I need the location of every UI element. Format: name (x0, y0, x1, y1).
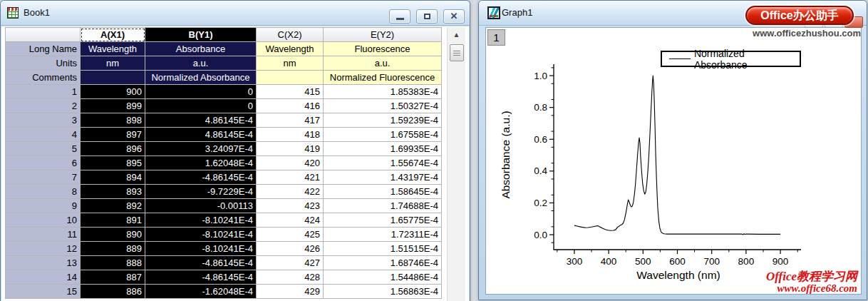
data-cell[interactable]: 418 (257, 128, 324, 142)
legend[interactable]: Normalized Absorbance (661, 51, 801, 67)
row-number[interactable]: 3 (6, 113, 81, 128)
column-header-B(Y1)[interactable]: B(Y1) (145, 28, 257, 42)
close-button[interactable]: ✕ (443, 9, 465, 24)
data-cell[interactable]: 1.59239E-4 (324, 113, 442, 128)
data-cell[interactable]: 1.72311E-4 (324, 228, 442, 242)
data-cell[interactable]: 893 (81, 185, 145, 199)
data-cell[interactable]: 1.74688E-4 (324, 199, 442, 213)
label-cell[interactable]: a.u. (324, 56, 442, 71)
data-cell[interactable]: 424 (257, 213, 324, 228)
data-cell[interactable]: 891 (81, 213, 145, 228)
column-header-A(X1)[interactable]: A(X1) (81, 28, 145, 42)
row-label[interactable]: Long Name (6, 42, 81, 56)
row-number[interactable]: 9 (6, 199, 81, 213)
data-cell[interactable]: 421 (257, 170, 324, 185)
row-label[interactable]: Units (6, 56, 81, 71)
vertical-scrollbar[interactable]: ▲ (447, 27, 465, 301)
restore-button[interactable] (416, 9, 438, 24)
label-cell[interactable] (257, 71, 324, 85)
data-cell[interactable]: 896 (81, 142, 145, 156)
data-cell[interactable]: 889 (81, 242, 145, 256)
label-cell[interactable]: nm (257, 56, 324, 71)
row-label[interactable]: Comments (6, 71, 81, 85)
data-cell[interactable]: 1.85383E-4 (324, 85, 442, 99)
data-cell[interactable]: -4.86145E-4 (145, 270, 257, 285)
column-header-E(Y2)[interactable]: E(Y2) (324, 28, 442, 42)
worksheet-grid[interactable]: A(X1)B(Y1)C(X2)E(Y2)Long NameWavelengthA… (5, 27, 442, 299)
label-cell[interactable]: Normalized Absorbance (145, 71, 257, 85)
data-cell[interactable]: 1.56863E-4 (324, 285, 442, 299)
data-cell[interactable]: 892 (81, 199, 145, 213)
data-cell[interactable]: 425 (257, 228, 324, 242)
data-cell[interactable]: 420 (257, 156, 324, 170)
data-cell[interactable]: 4.86145E-4 (145, 113, 257, 128)
label-cell[interactable]: nm (81, 56, 145, 71)
data-cell[interactable]: 1.43197E-4 (324, 170, 442, 185)
label-cell[interactable]: a.u. (145, 56, 257, 71)
row-number[interactable]: 11 (6, 228, 81, 242)
label-cell[interactable]: Wavelength (257, 42, 324, 56)
data-cell[interactable]: -0.00113 (145, 199, 257, 213)
data-cell[interactable]: 1.55674E-4 (324, 156, 442, 170)
row-number[interactable]: 2 (6, 99, 81, 113)
data-cell[interactable]: 1.51515E-4 (324, 242, 442, 256)
data-cell[interactable]: 1.50327E-4 (324, 99, 442, 113)
row-number[interactable]: 8 (6, 185, 81, 199)
data-cell[interactable]: 1.58645E-4 (324, 185, 442, 199)
data-cell[interactable]: -8.10241E-4 (145, 242, 257, 256)
row-number[interactable]: 15 (6, 285, 81, 299)
label-cell[interactable] (81, 71, 145, 85)
data-cell[interactable]: 417 (257, 113, 324, 128)
data-cell[interactable]: 1.62048E-4 (145, 156, 257, 170)
data-cell[interactable]: 890 (81, 228, 145, 242)
row-number[interactable]: 14 (6, 270, 81, 285)
minimize-button[interactable] (389, 9, 410, 24)
data-cell[interactable]: -4.86145E-4 (145, 256, 257, 270)
data-cell[interactable]: 419 (257, 142, 324, 156)
data-cell[interactable]: 894 (81, 170, 145, 185)
data-cell[interactable]: 1.68746E-4 (324, 256, 442, 270)
data-cell[interactable]: 1.67558E-4 (324, 128, 442, 142)
data-cell[interactable]: 887 (81, 270, 145, 285)
data-cell[interactable]: 897 (81, 128, 145, 142)
data-cell[interactable]: 895 (81, 156, 145, 170)
data-cell[interactable]: 0 (145, 85, 257, 99)
data-cell[interactable]: 415 (257, 85, 324, 99)
data-cell[interactable]: 416 (257, 99, 324, 113)
data-cell[interactable]: 899 (81, 99, 145, 113)
label-cell[interactable]: Fluorescence (324, 42, 442, 56)
data-cell[interactable]: -9.7229E-4 (145, 185, 257, 199)
data-cell[interactable]: 0 (145, 99, 257, 113)
data-cell[interactable]: 427 (257, 256, 324, 270)
row-number[interactable]: 7 (6, 170, 81, 185)
data-cell[interactable]: 1.65775E-4 (324, 213, 442, 228)
scroll-up-arrow-icon[interactable]: ▲ (448, 29, 465, 41)
row-number[interactable]: 4 (6, 128, 81, 142)
data-cell[interactable]: 898 (81, 113, 145, 128)
row-number[interactable]: 13 (6, 256, 81, 270)
data-cell[interactable]: -1.62048E-4 (145, 285, 257, 299)
row-number[interactable]: 6 (6, 156, 81, 170)
data-cell[interactable]: 426 (257, 242, 324, 256)
book1-titlebar[interactable]: Book1 ✕ (1, 1, 470, 26)
data-cell[interactable]: -8.10241E-4 (145, 213, 257, 228)
column-header-C(X2)[interactable]: C(X2) (257, 28, 324, 42)
row-number[interactable]: 12 (6, 242, 81, 256)
label-cell[interactable]: Absorbance (145, 42, 257, 56)
graph-plot-area[interactable]: 3004005006007008009000.00.20.40.60.81.0 (486, 28, 862, 295)
scrollbar-thumb[interactable] (450, 44, 464, 61)
data-cell[interactable]: 428 (257, 270, 324, 285)
data-cell[interactable]: 4.86145E-4 (145, 128, 257, 142)
data-cell[interactable]: 1.69935E-4 (324, 142, 442, 156)
absorbance-curve[interactable] (574, 76, 780, 235)
data-cell[interactable]: -8.10241E-4 (145, 228, 257, 242)
data-cell[interactable]: 422 (257, 185, 324, 199)
label-cell[interactable]: Wavelength (81, 42, 145, 56)
data-cell[interactable]: 429 (257, 285, 324, 299)
data-cell[interactable]: 888 (81, 256, 145, 270)
label-cell[interactable]: Normalized Fluorescence (324, 71, 442, 85)
layer-1-button[interactable]: 1 (487, 29, 505, 46)
row-number[interactable]: 5 (6, 142, 81, 156)
row-number[interactable]: 1 (6, 85, 81, 99)
data-cell[interactable]: 1.54486E-4 (324, 270, 442, 285)
